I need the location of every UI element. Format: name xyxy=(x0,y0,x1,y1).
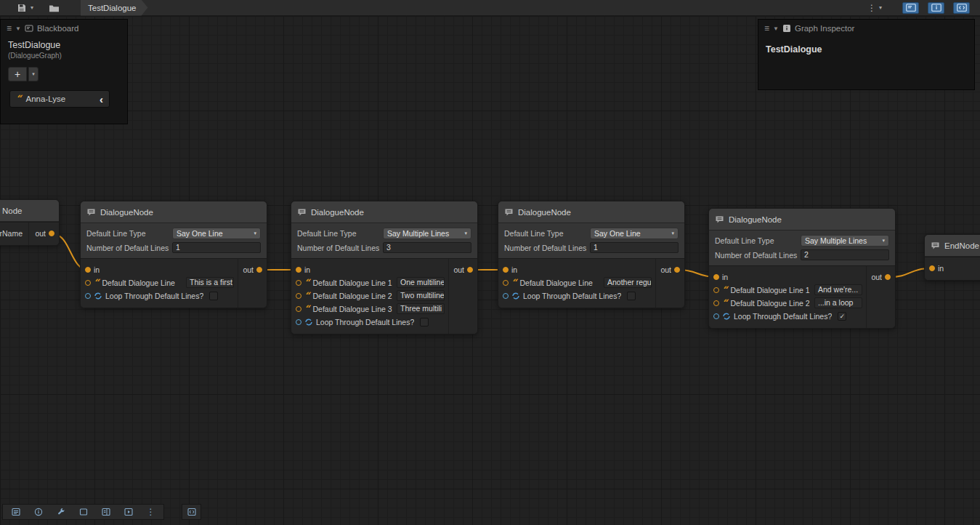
collapse-arrow-icon[interactable]: ▼ xyxy=(773,25,779,32)
num-lines-field[interactable]: 3 xyxy=(383,242,471,253)
blackboard-variable-item[interactable]: “ Anna-Lyse ‹ xyxy=(9,90,110,108)
field-label: Default Line Type xyxy=(297,229,383,238)
out-port-label: out xyxy=(871,273,882,281)
chevron-left-icon[interactable]: ‹ xyxy=(100,94,103,105)
hamburger-icon[interactable]: ≡ xyxy=(7,23,12,33)
loop-label: Loop Through Default Lines? xyxy=(523,292,621,300)
node-title-bar[interactable]: DialogueNode xyxy=(498,201,684,223)
dialogue-line-field[interactable]: And we're... xyxy=(814,284,862,295)
end-node[interactable]: EndNode in xyxy=(924,234,980,281)
in-port-label: in xyxy=(722,273,728,281)
loop-port[interactable] xyxy=(296,319,301,325)
out-port[interactable] xyxy=(49,231,54,236)
console-button[interactable] xyxy=(4,505,27,519)
frame-button[interactable] xyxy=(72,505,94,519)
more-vertical-icon: ⋮ xyxy=(147,507,155,517)
dialogue-line-field[interactable]: One multiline xyxy=(397,277,445,288)
blackboard-header[interactable]: ≡ ▼ Blackboard xyxy=(1,20,127,37)
loop-checkbox[interactable] xyxy=(420,318,429,326)
dialogue-line-label: Default Dialogue Line 3 xyxy=(312,305,392,313)
loop-port[interactable] xyxy=(85,293,91,299)
loop-checkbox[interactable]: ✓ xyxy=(838,312,846,321)
inspector-header[interactable]: ≡ ▼ Graph Inspector xyxy=(758,20,974,37)
dialogue-line-label: Default Dialogue Line 1 xyxy=(312,278,392,287)
dialogue-line-port[interactable] xyxy=(713,300,719,306)
line-type-dropdown[interactable]: Say Multiple Lines ▾ xyxy=(801,235,889,247)
in-port-label: in xyxy=(938,264,944,273)
dialogue-line-field[interactable]: Two multiline xyxy=(397,290,445,301)
dialogue-line-field[interactable]: ...in a loop xyxy=(814,297,862,308)
line-type-dropdown[interactable]: Say Multiple Lines ▾ xyxy=(383,228,471,239)
dialogue-node-3[interactable]: DialogueNode Default Line Type Say One L… xyxy=(498,201,685,308)
graph-type: (DialogueGraph) xyxy=(8,52,120,60)
dialogue-node-1[interactable]: DialogueNode Default Line Type Say One L… xyxy=(80,201,267,308)
in-port[interactable] xyxy=(503,267,509,273)
blackboard-toggle-button[interactable] xyxy=(94,505,117,519)
toggle-preview-button[interactable] xyxy=(953,2,970,14)
tools-button[interactable] xyxy=(49,505,72,519)
toggle-blackboard-button[interactable] xyxy=(902,2,919,14)
line-type-dropdown[interactable]: Say One Line ▾ xyxy=(590,228,679,239)
dialogue-line-field[interactable]: Three multili xyxy=(397,303,445,314)
node-title-bar[interactable]: EndNode xyxy=(925,235,980,257)
node-title-bar[interactable]: Node xyxy=(0,200,59,222)
dialogue-line-field[interactable]: Another regu xyxy=(604,277,652,288)
info-button[interactable] xyxy=(27,505,49,519)
save-dropdown-arrow[interactable]: ▾ xyxy=(31,4,33,11)
collapse-arrow-icon[interactable]: ▼ xyxy=(15,25,21,32)
num-lines-field[interactable]: 2 xyxy=(801,249,889,260)
tab-label: TestDialogue xyxy=(88,4,136,12)
loop-icon xyxy=(94,292,102,300)
in-port[interactable] xyxy=(929,265,935,271)
dropdown-value: Say Multiple Lines xyxy=(805,236,867,245)
dialogue-line-port[interactable] xyxy=(296,293,301,299)
bottom-more-button[interactable]: ⋮ xyxy=(139,505,162,519)
dialogue-line-field[interactable]: This is a first xyxy=(186,277,234,288)
loop-port[interactable] xyxy=(713,313,719,319)
out-port[interactable] xyxy=(467,267,473,273)
dialogue-line-port[interactable] xyxy=(85,280,91,286)
loop-icon xyxy=(722,312,731,321)
save-button[interactable] xyxy=(15,1,29,15)
top-toolbar: ▾ TestDialogue ⋮ ▾ xyxy=(0,0,980,16)
add-variable-button[interactable]: + xyxy=(8,67,27,81)
loop-port[interactable] xyxy=(503,293,509,299)
add-variable-dropdown[interactable]: ▾ xyxy=(28,67,39,81)
loop-checkbox[interactable] xyxy=(627,292,636,300)
dialogue-node-icon xyxy=(504,208,514,217)
code-preview-button[interactable] xyxy=(182,504,201,520)
out-port[interactable] xyxy=(674,267,680,273)
num-lines-field[interactable]: 1 xyxy=(172,242,261,253)
in-port[interactable] xyxy=(713,274,719,280)
node-title-bar[interactable]: DialogueNode xyxy=(291,201,477,223)
node-title-bar[interactable]: DialogueNode xyxy=(709,209,895,231)
in-port[interactable] xyxy=(85,267,91,273)
dialogue-node-2[interactable]: DialogueNode Default Line Type Say Multi… xyxy=(291,201,478,334)
num-lines-field[interactable]: 1 xyxy=(590,242,679,253)
dialogue-line-port[interactable] xyxy=(296,306,301,312)
open-asset-button[interactable] xyxy=(46,1,62,15)
dialogue-node-4[interactable]: DialogueNode Default Line Type Say Multi… xyxy=(708,208,896,329)
chevron-down-icon: ▾ xyxy=(879,4,882,11)
loop-checkbox[interactable] xyxy=(209,292,218,300)
toolbar-more-button[interactable]: ⋮ ▾ xyxy=(867,3,882,13)
dialogue-line-port[interactable] xyxy=(296,280,301,286)
preview-button[interactable] xyxy=(117,505,139,519)
out-port[interactable] xyxy=(885,274,891,280)
node-title-bar[interactable]: DialogueNode xyxy=(81,201,267,223)
toggle-inspector-button[interactable] xyxy=(928,2,944,14)
frame-icon xyxy=(79,508,88,516)
start-node[interactable]: Node kerName out xyxy=(0,199,60,246)
in-port[interactable] xyxy=(296,267,301,273)
dialogue-line-port[interactable] xyxy=(713,287,719,293)
graph-breadcrumb-tab[interactable]: TestDialogue xyxy=(81,0,147,16)
console-icon xyxy=(12,508,20,516)
out-port[interactable] xyxy=(256,267,262,273)
graph-inspector-panel: ≡ ▼ Graph Inspector TestDialogue xyxy=(758,19,975,90)
hamburger-icon[interactable]: ≡ xyxy=(764,23,769,33)
line-type-dropdown[interactable]: Say One Line ▾ xyxy=(172,228,261,239)
field-label: Default Line Type xyxy=(86,229,172,238)
more-vertical-icon: ⋮ xyxy=(867,3,876,13)
dialogue-line-port[interactable] xyxy=(503,280,509,286)
blackboard-icon xyxy=(102,508,110,516)
